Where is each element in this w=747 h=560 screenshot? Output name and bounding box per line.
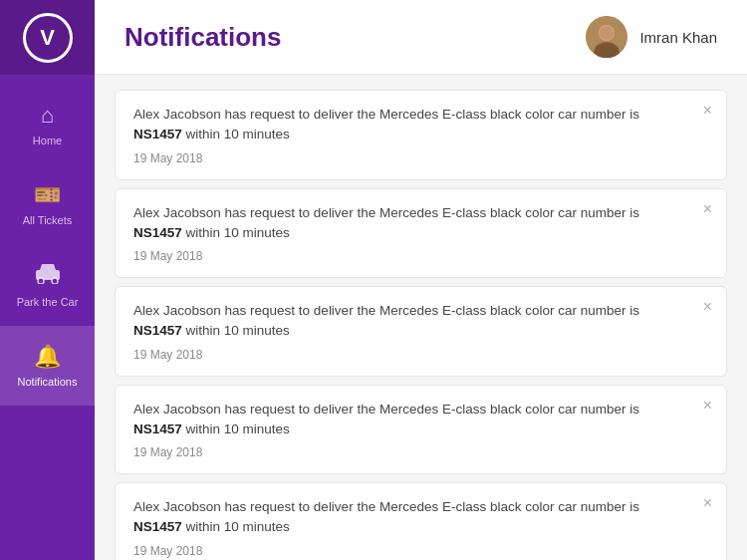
notification-date: 19 May 2018 bbox=[133, 544, 686, 558]
notification-date: 19 May 2018 bbox=[133, 249, 686, 263]
notification-card: Alex Jacobson has request to deliver the… bbox=[115, 482, 727, 560]
sidebar-item-notifications-label: Notifications bbox=[18, 376, 78, 388]
close-notification-button[interactable]: × bbox=[703, 201, 712, 217]
sidebar: V ⌂ Home 🎫 All Tickets Park the Car 🔔 bbox=[0, 0, 95, 560]
tickets-icon: 🎫 bbox=[34, 182, 61, 208]
logo: V bbox=[0, 0, 95, 75]
notification-text: Alex Jacobson has request to deliver the… bbox=[133, 301, 686, 342]
sidebar-item-notifications[interactable]: 🔔 Notifications bbox=[0, 326, 95, 406]
sidebar-nav: ⌂ Home 🎫 All Tickets Park the Car 🔔 Noti… bbox=[0, 85, 95, 406]
notifications-list: Alex Jacobson has request to deliver the… bbox=[95, 75, 747, 560]
sidebar-item-home-label: Home bbox=[33, 135, 62, 146]
notification-text: Alex Jacobson has request to deliver the… bbox=[133, 497, 686, 538]
notification-text: Alex Jacobson has request to deliver the… bbox=[133, 203, 686, 244]
sidebar-item-park-label: Park the Car bbox=[17, 296, 79, 308]
sidebar-item-all-tickets-label: All Tickets bbox=[23, 214, 73, 226]
notification-date: 19 May 2018 bbox=[133, 151, 686, 165]
close-notification-button[interactable]: × bbox=[703, 299, 712, 315]
svg-point-2 bbox=[38, 278, 44, 284]
notification-date: 19 May 2018 bbox=[133, 348, 686, 362]
logo-icon: V bbox=[23, 13, 73, 63]
sidebar-item-home[interactable]: ⌂ Home bbox=[0, 85, 95, 164]
avatar bbox=[586, 16, 627, 58]
user-name: Imran Khan bbox=[639, 29, 717, 46]
user-info: Imran Khan bbox=[586, 16, 717, 58]
svg-point-7 bbox=[600, 26, 614, 40]
page-title: Notifications bbox=[124, 22, 281, 53]
notification-text: Alex Jacobson has request to deliver the… bbox=[133, 400, 686, 440]
home-icon: ⌂ bbox=[41, 103, 54, 129]
page-header: Notifications Imran Khan bbox=[95, 0, 747, 75]
notification-text: Alex Jacobson has request to deliver the… bbox=[133, 105, 686, 145]
close-notification-button[interactable]: × bbox=[703, 103, 712, 119]
notification-card: Alex Jacobson has request to deliver the… bbox=[115, 286, 727, 377]
sidebar-item-all-tickets[interactable]: 🎫 All Tickets bbox=[0, 164, 95, 244]
notifications-icon: 🔔 bbox=[34, 344, 61, 370]
close-notification-button[interactable]: × bbox=[703, 495, 712, 511]
svg-point-3 bbox=[52, 278, 58, 284]
notification-card: Alex Jacobson has request to deliver the… bbox=[115, 188, 727, 279]
svg-marker-1 bbox=[40, 264, 56, 270]
car-icon bbox=[34, 262, 62, 290]
notification-card: Alex Jacobson has request to deliver the… bbox=[115, 385, 727, 475]
main-content: Notifications Imran Khan Alex Jacobson h… bbox=[95, 0, 747, 560]
notification-card: Alex Jacobson has request to deliver the… bbox=[115, 90, 727, 180]
notification-date: 19 May 2018 bbox=[133, 445, 686, 459]
sidebar-item-park-the-car[interactable]: Park the Car bbox=[0, 244, 95, 326]
close-notification-button[interactable]: × bbox=[703, 398, 712, 414]
